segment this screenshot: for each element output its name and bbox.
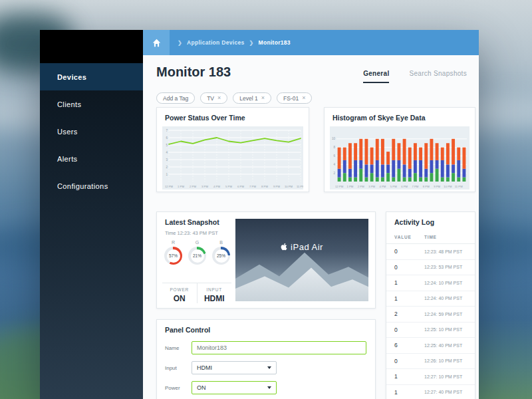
chart-title: Histogram of Skye Eye Data (325, 108, 475, 126)
power-select-value: ON (197, 384, 206, 391)
sidebar-nav: DevicesClientsUsersAlertsConfigurations (40, 63, 143, 200)
name-row: Name (165, 341, 366, 354)
tag-label: TV (207, 95, 214, 102)
add-tag-label: Add a Tag (163, 95, 188, 102)
sidebar-header (40, 30, 143, 63)
snapshot-stats: POWER ON INPUT HDMI (162, 283, 231, 303)
tag-remove-icon[interactable]: × (302, 95, 305, 101)
tag-row: Add a Tag TV×Level 1×FS-01× (156, 92, 312, 104)
value-column-header: VALUE (394, 235, 424, 239)
svg-text:1 PM: 1 PM (178, 185, 184, 188)
name-label: Name (165, 345, 192, 351)
input-label: Input (165, 365, 192, 371)
power-row: Power ON (165, 381, 277, 394)
svg-text:4: 4 (333, 163, 335, 166)
tag-list: TV×Level 1×FS-01× (200, 92, 312, 104)
svg-text:3 PM: 3 PM (201, 185, 208, 188)
donut-ring: 25% (212, 247, 230, 265)
table-row: 012:26: 10 PM PST (386, 354, 475, 370)
svg-text:6 PM: 6 PM (237, 185, 244, 188)
table-row: 112:24: 10 PM PST (386, 275, 475, 291)
row-value: 6 (394, 342, 424, 348)
svg-text:6: 6 (333, 154, 335, 158)
sidebar-item-alerts[interactable]: Alerts (40, 145, 143, 172)
svg-text:5 PM: 5 PM (390, 185, 397, 188)
main-area: ❯ Application Devices ❯ Monitor183 Monit… (143, 30, 479, 399)
row-time: 12:25: 40 PM PST (424, 343, 462, 348)
tag-pill[interactable]: Level 1× (233, 92, 271, 104)
svg-text:10 PM: 10 PM (285, 185, 293, 188)
svg-text:7: 7 (166, 129, 168, 132)
home-button[interactable] (143, 30, 170, 55)
panel-control-card: Panel Control Name Input HDMI Power (156, 319, 376, 399)
gauge-label: R (164, 240, 183, 245)
input-stat-value: HDMI (198, 294, 232, 303)
content-area: Monitor 183 General Search Snapshots Add… (143, 55, 479, 399)
svg-text:6: 6 (166, 136, 168, 140)
input-select[interactable]: HDMI (192, 361, 277, 374)
row-value: 2 (394, 311, 424, 317)
row-value: 1 (394, 389, 424, 396)
table-row: 012:23: 53 PM PST (386, 260, 475, 276)
input-row: Input HDMI (165, 361, 277, 374)
ad-overlay: iPad Air (235, 242, 368, 252)
sidebar-item-devices[interactable]: Devices (40, 63, 143, 90)
app-window: DevicesClientsUsersAlertsConfigurations … (40, 30, 479, 399)
svg-text:10: 10 (332, 137, 336, 140)
svg-text:4 PM: 4 PM (213, 185, 220, 188)
histogram-card: Histogram of Skye Eye Data 24681012 PM1 … (324, 107, 475, 192)
svg-text:3 PM: 3 PM (368, 185, 375, 188)
svg-text:4 PM: 4 PM (380, 185, 386, 188)
tag-pill[interactable]: TV× (200, 92, 227, 104)
home-icon (152, 39, 161, 47)
gauge-value: 21% (191, 249, 204, 263)
gauge-row: R57%G21%B25% (164, 240, 231, 265)
gauge-value: 25% (215, 249, 228, 263)
tab-search-snapshots[interactable]: Search Snapshots (409, 70, 467, 83)
gauge-b: B25% (211, 240, 231, 265)
snapshot-time: Time 12:23: 43 PM PST (165, 230, 218, 236)
name-input[interactable] (192, 341, 366, 354)
row-time: 12:24: 40 PM PST (424, 296, 462, 301)
tag-pill[interactable]: FS-01× (277, 92, 312, 104)
gauge-g: G21% (188, 240, 207, 265)
row-time: 12:27: 10 PM PST (424, 374, 462, 379)
sidebar-item-users[interactable]: Users (40, 118, 143, 145)
svg-text:5 PM: 5 PM (225, 185, 232, 188)
row-time: 12:24: 10 PM PST (424, 281, 462, 285)
power-line-chart: 123456712 PM1 PM2 PM3 PM4 PM5 PM6 PM7 PM… (162, 126, 303, 190)
row-value: 0 (394, 327, 424, 333)
chart-title: Power Status Over Time (157, 108, 309, 126)
svg-text:5: 5 (166, 144, 168, 147)
svg-text:10 PM: 10 PM (444, 185, 452, 188)
tag-remove-icon[interactable]: × (261, 95, 265, 101)
tag-remove-icon[interactable]: × (217, 95, 221, 101)
table-row: 112:27: 10 PM PST (386, 369, 475, 385)
sidebar-item-clients[interactable]: Clients (40, 90, 143, 118)
gauge-label: B (211, 240, 231, 245)
gauge-value: 57% (167, 249, 180, 263)
table-row: 612:25: 40 PM PST (386, 338, 475, 354)
input-select-value: HDMI (197, 364, 212, 371)
sidebar-item-configurations[interactable]: Configurations (40, 172, 143, 200)
row-time: 12:23: 53 PM PST (424, 265, 462, 269)
activity-log-title: Activity Log (386, 212, 475, 231)
breadcrumb-current: Monitor183 (259, 39, 291, 46)
row-value: 0 (394, 248, 424, 255)
row-time: 12:27: 40 PM PST (424, 390, 462, 394)
row-value: 0 (394, 358, 424, 364)
input-stat-label: INPUT (198, 287, 232, 292)
tab-general[interactable]: General (363, 70, 389, 83)
chevron-down-icon (267, 386, 271, 389)
add-tag-button[interactable]: Add a Tag (156, 92, 195, 104)
svg-text:11 PM: 11 PM (455, 185, 463, 188)
svg-text:1 PM: 1 PM (347, 185, 354, 188)
power-select[interactable]: ON (192, 381, 277, 394)
breadcrumb-link[interactable]: Application Devices (187, 39, 244, 46)
gauge-r: R57% (164, 240, 183, 265)
svg-text:1: 1 (166, 173, 168, 176)
svg-text:11 PM: 11 PM (297, 185, 303, 188)
row-value: 1 (394, 295, 424, 302)
row-time: 12:23: 48 PM PST (424, 249, 462, 254)
row-value: 0 (394, 264, 424, 271)
